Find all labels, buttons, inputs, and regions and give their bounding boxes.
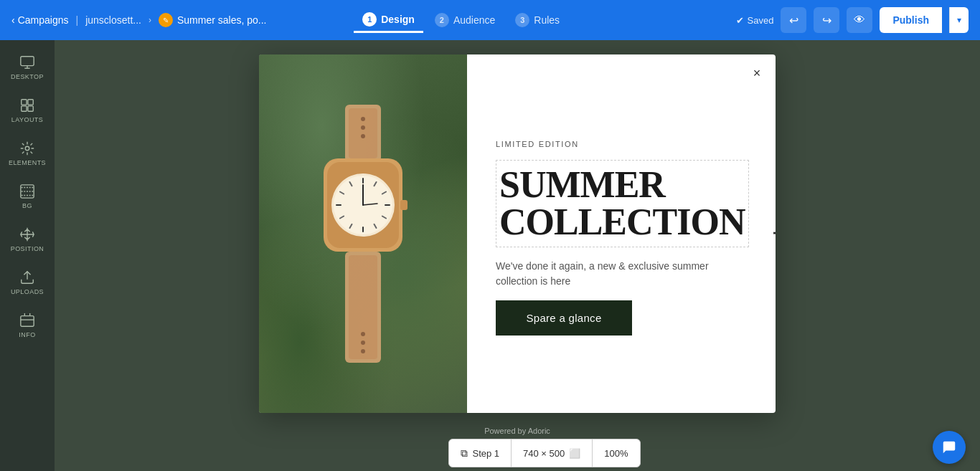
page-title: Summer sales, po... <box>177 14 267 26</box>
step-audience-num: 2 <box>435 13 449 27</box>
elements-icon <box>19 141 35 156</box>
step-icon: ⧉ <box>461 447 468 460</box>
chat-icon <box>941 439 957 455</box>
dimensions-label: 740 × 500 <box>523 448 565 459</box>
redo-button[interactable]: ↪ <box>814 7 839 33</box>
zoom-label: 100% <box>604 448 628 459</box>
sidebar-label-uploads: UPLOADS <box>11 288 44 295</box>
step-indicator[interactable]: ⧉ Step 1 <box>449 439 512 467</box>
svg-rect-0 <box>21 57 34 66</box>
step-label: Step 1 <box>472 448 499 459</box>
checkmark-icon: ✔ <box>736 15 744 26</box>
back-label: Campaigns <box>18 14 69 26</box>
main-canvas: × <box>55 40 980 471</box>
layouts-icon <box>19 97 35 113</box>
svg-point-40 <box>361 332 365 336</box>
sidebar-item-position[interactable]: POSITION <box>1 219 53 260</box>
saved-status: ✔ Saved <box>736 15 774 26</box>
sidebar-label-info: INFO <box>19 331 35 338</box>
breadcrumb-chevron-icon: › <box>149 15 151 25</box>
nav-right: ✔ Saved ↩ ↪ 👁 Publish ▾ <box>736 7 969 33</box>
saved-label: Saved <box>748 15 774 26</box>
uploads-icon <box>19 270 35 285</box>
step-nav: 1 Design 2 Audience 3 Rules <box>354 8 568 33</box>
svg-point-18 <box>361 134 365 138</box>
dimensions-icon: ⬜ <box>569 448 580 459</box>
svg-rect-32 <box>336 204 341 206</box>
page-badge: ✎ <box>159 13 173 27</box>
sidebar-label-position: POSITION <box>11 245 44 252</box>
step-audience-label: Audience <box>453 14 495 26</box>
step-design[interactable]: 1 Design <box>354 8 423 33</box>
sidebar-item-elements[interactable]: ELEMENTS <box>1 133 53 173</box>
back-button[interactable]: ‹ Campaigns <box>11 14 69 26</box>
svg-point-17 <box>361 125 365 130</box>
sidebar-item-bg[interactable]: BG <box>1 176 53 217</box>
breadcrumb-item[interactable]: junsclosett... <box>85 14 141 26</box>
watch-svg <box>306 105 420 363</box>
svg-point-42 <box>361 349 365 353</box>
info-icon <box>19 313 35 328</box>
sidebar-label-elements: ELEMENTS <box>9 159 46 166</box>
popup-cta-button[interactable]: Spare a glance <box>496 300 632 336</box>
preview-button[interactable]: 👁 <box>847 7 872 33</box>
popup-image-panel <box>259 54 467 413</box>
current-page: ✎ Summer sales, po... <box>159 13 267 27</box>
step-rules[interactable]: 3 Rules <box>507 9 568 32</box>
step-design-num: 1 <box>362 12 377 27</box>
svg-rect-37 <box>400 200 407 210</box>
svg-rect-4 <box>28 100 33 105</box>
popup-description: We've done it again, a new & exclusive s… <box>496 259 718 289</box>
popup-title: SUMMER COLLECTION ✛ <box>499 166 745 241</box>
sidebar-label-layouts: LAYOUTS <box>11 116 44 123</box>
svg-point-41 <box>361 341 365 345</box>
move-cursor-icon: ✛ <box>773 227 776 240</box>
sidebar-item-desktop[interactable]: DESKTOP <box>1 47 53 87</box>
svg-rect-26 <box>385 204 390 206</box>
svg-rect-29 <box>362 227 364 232</box>
svg-rect-15 <box>349 108 377 158</box>
publish-dropdown-button[interactable]: ▾ <box>949 7 969 33</box>
popup-modal: × <box>259 54 776 413</box>
sidebar-item-uploads[interactable]: UPLOADS <box>1 262 53 303</box>
sidebar-label-desktop: DESKTOP <box>11 73 44 80</box>
bottom-bar: ⧉ Step 1 740 × 500 ⬜ 100% <box>109 435 980 471</box>
undo-button[interactable]: ↩ <box>781 7 806 33</box>
svg-rect-10 <box>21 316 34 327</box>
desktop-icon <box>19 54 35 70</box>
step-rules-label: Rules <box>534 14 560 26</box>
svg-rect-6 <box>28 106 33 111</box>
sidebar-item-info[interactable]: INFO <box>1 305 53 346</box>
back-chevron-icon: ‹ <box>11 14 15 26</box>
popup-close-button[interactable]: × <box>747 63 767 83</box>
dimensions-indicator: 740 × 500 ⬜ <box>512 439 593 467</box>
sidebar-label-bg: BG <box>22 202 32 209</box>
svg-point-7 <box>25 146 29 151</box>
step-rules-num: 3 <box>515 13 529 27</box>
popup-eyebrow: LIMITED EDITION <box>496 140 749 148</box>
popup-content-panel: LIMITED EDITION SUMMER COLLECTION ✛ We'v… <box>467 54 776 413</box>
svg-point-16 <box>361 117 365 121</box>
nav-separator: | <box>76 14 79 26</box>
popup-title-line2: COLLECTION <box>499 204 745 241</box>
sidebar: DESKTOP LAYOUTS ELEMENTS BG POSITION UPL… <box>0 40 55 471</box>
chat-button[interactable] <box>933 431 966 464</box>
svg-rect-5 <box>22 106 27 111</box>
watch-image <box>259 54 467 413</box>
step-bar: ⧉ Step 1 740 × 500 ⬜ 100% <box>448 439 640 467</box>
position-icon <box>19 227 35 242</box>
svg-rect-23 <box>362 178 364 184</box>
powered-by-label: Powered by Adoric <box>484 427 550 435</box>
step-design-label: Design <box>381 14 415 25</box>
top-nav: ‹ Campaigns | junsclosett... › ✎ Summer … <box>0 0 980 40</box>
sidebar-item-layouts[interactable]: LAYOUTS <box>1 90 53 130</box>
popup-title-line1: SUMMER <box>499 166 745 204</box>
svg-rect-3 <box>22 100 27 105</box>
popup-title-box[interactable]: SUMMER COLLECTION ✛ <box>496 160 749 247</box>
zoom-indicator[interactable]: 100% <box>593 439 639 467</box>
step-audience[interactable]: 2 Audience <box>426 9 504 32</box>
bg-icon <box>19 184 35 199</box>
publish-button[interactable]: Publish <box>880 7 942 33</box>
